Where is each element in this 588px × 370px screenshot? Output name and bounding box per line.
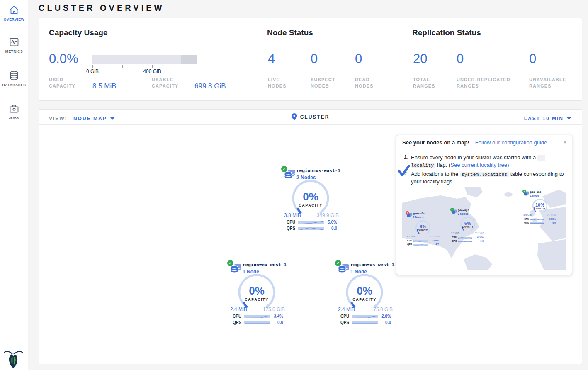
region-label: region=eu-west-1 xyxy=(243,262,287,268)
node-total-capacity: 175.0 GiB xyxy=(263,307,285,312)
cpu-sparkline xyxy=(413,240,428,242)
capacity-percent: 6% xyxy=(459,221,476,226)
header-divider xyxy=(28,17,588,17)
cpu-label: CPU xyxy=(233,314,241,319)
node-used-capacity: 3.2 GiB xyxy=(406,235,415,238)
capacity-tick xyxy=(122,65,123,68)
chevron-down-icon[interactable] xyxy=(110,117,114,120)
node-used-capacity: 2.4 MiB xyxy=(338,307,355,312)
sidebar-item-metrics[interactable]: METRICS xyxy=(0,37,28,54)
unavailable-ranges-count: 0 xyxy=(529,52,536,65)
close-icon[interactable]: × xyxy=(563,139,567,146)
locality-tree-link[interactable]: See current locality tree xyxy=(450,162,507,168)
total-ranges-label: TOTAL RANGES xyxy=(413,77,438,89)
cpu-label: CPU xyxy=(452,236,457,239)
capacity-caption: CAPACITY xyxy=(458,226,478,228)
used-capacity-value: 8.5 MiB xyxy=(92,82,117,90)
sidebar-item-databases[interactable]: DATABASES xyxy=(0,70,28,87)
cpu-label: CPU xyxy=(287,220,295,224)
mini-node-widget-sfo: ! geo=sfo 2 Nodes 9% CAPACITY 3.2 GiB 35… xyxy=(406,211,440,248)
qps-label: QPS xyxy=(340,320,349,325)
node-widget-eu-west-1[interactable]: ✓ region=eu-west-1 1 Node xyxy=(228,260,286,327)
popup-title: See your nodes on a map! xyxy=(402,139,469,146)
used-capacity-label: USED CAPACITY xyxy=(49,77,82,89)
database-icon xyxy=(8,70,20,81)
briefcase-icon xyxy=(8,103,20,114)
sidebar-item-label: METRICS xyxy=(0,49,28,54)
cpu-sparkline xyxy=(530,218,544,221)
qps-label: QPS xyxy=(287,226,295,231)
capacity-caption: CAPACITY xyxy=(344,297,385,302)
capacity-tick-label: 0 GiB xyxy=(78,68,107,74)
capacity-percent: 9% xyxy=(415,224,431,229)
mini-node-widget-nyc: ✓ geo=nyc 2 Nodes 6% CAPACITY 3.7 GiB 65… xyxy=(450,208,485,245)
capacity-percent: 0% xyxy=(236,285,277,296)
geo-label: geo=ams xyxy=(530,190,541,194)
region-label: region=us-east-1 xyxy=(296,168,340,173)
nodes-count-link: 2 Nodes xyxy=(413,216,423,219)
capacity-tick xyxy=(182,65,182,68)
capacity-bar-reserved-segment xyxy=(181,55,197,64)
cpu-value: 2.8% xyxy=(381,314,391,319)
cpu-label: CPU xyxy=(340,314,349,319)
qps-sparkline xyxy=(298,226,324,231)
page-title: CLUSTER OVERVIEW xyxy=(39,3,164,13)
geo-label: geo=nyc xyxy=(458,209,469,212)
step-text: Add locations to the xyxy=(411,171,460,177)
suspect-nodes-label: SUSPECT NODES xyxy=(311,77,342,89)
node-status-title: Node Status xyxy=(267,28,313,37)
qps-value: 0.0 xyxy=(480,240,484,242)
live-nodes-count: 4 xyxy=(268,52,275,65)
suspect-nodes-count: 0 xyxy=(311,52,318,65)
live-nodes-label: LIVE NODES xyxy=(268,77,297,89)
configuration-guide-link[interactable]: Follow our configuration guide xyxy=(475,139,547,146)
home-icon xyxy=(8,5,20,16)
example-node-map-image: ! geo=sfo 2 Nodes 9% CAPACITY 3.2 GiB 35… xyxy=(402,187,566,270)
qps-sparkline xyxy=(458,240,472,243)
breadcrumb-cluster[interactable]: CLUSTER xyxy=(300,114,330,120)
node-widget-us-east-1[interactable]: ✓ region=us-east-1 2 Nodes xyxy=(282,166,340,233)
unavailable-ranges-label: UNAVAILABLE RANGES xyxy=(529,77,575,89)
total-ranges-count: 20 xyxy=(413,52,427,65)
sidebar-item-label: JOBS xyxy=(0,116,28,120)
node-total-capacity: 35.1 GiB xyxy=(430,235,440,238)
popup-step-1: 1. Ensure every node in your cluster was… xyxy=(404,154,565,169)
usable-capacity-label: USABLE CAPACITY xyxy=(152,77,189,89)
capacity-percent: 0% xyxy=(344,285,385,296)
qps-sparkline xyxy=(352,320,378,325)
node-widget-us-west-1[interactable]: ✓ region=us-west-1 1 Node xyxy=(335,260,394,327)
cpu-sparkline xyxy=(298,220,324,225)
live-status-badge: ✓ xyxy=(335,260,341,266)
capacity-percent: 0% xyxy=(290,191,331,202)
node-total-capacity: 65.7 GiB xyxy=(475,232,484,234)
view-dropdown[interactable]: NODE MAP xyxy=(73,116,107,122)
sidebar-item-label: DATABASES xyxy=(0,83,28,87)
region-label: region=us-west-1 xyxy=(350,262,394,268)
capacity-tick xyxy=(152,65,153,68)
sidebar-item-overview[interactable]: OVERVIEW xyxy=(0,5,28,22)
dead-nodes-count: 0 xyxy=(355,52,362,65)
qps-value: 0.0 xyxy=(385,320,391,325)
node-used-capacity: 2.4 MiB xyxy=(230,307,247,312)
map-pin-icon xyxy=(292,113,297,120)
chevron-down-icon[interactable] xyxy=(567,117,571,120)
cpu-sparkline xyxy=(352,314,378,319)
cpu-value: 11.0% xyxy=(432,239,439,242)
view-label: VIEW: xyxy=(49,116,67,122)
geo-label: geo=sfo xyxy=(413,212,424,215)
capacity-bar xyxy=(92,55,197,64)
cluster-summary-panel: Capacity Usage 0.0% 0 GiB 400 GiB USED C… xyxy=(39,18,582,101)
dead-nodes-label: DEAD NODES xyxy=(355,77,380,89)
cpu-label: CPU xyxy=(524,218,529,220)
time-range-dropdown[interactable]: LAST 10 MIN xyxy=(524,116,564,122)
live-status-badge: ✓ xyxy=(450,208,454,212)
mini-node-widget-ams: ✓ geo=ams 1 Node 10% CAPACITY 3.6 GiB 34… xyxy=(522,190,557,227)
cpu-label: CPU xyxy=(407,239,412,242)
capacity-tick-label: 400 GiB xyxy=(138,68,167,74)
under-replicated-label: UNDER-REPLICATED RANGES xyxy=(457,77,523,89)
nodes-count-link: 1 Node xyxy=(530,194,539,197)
capacity-caption: CAPACITY xyxy=(530,208,550,210)
step-complete-check-icon xyxy=(398,165,410,177)
step-text: Ensure every node in your cluster was st… xyxy=(411,154,537,161)
sidebar-item-jobs[interactable]: JOBS xyxy=(0,103,28,120)
